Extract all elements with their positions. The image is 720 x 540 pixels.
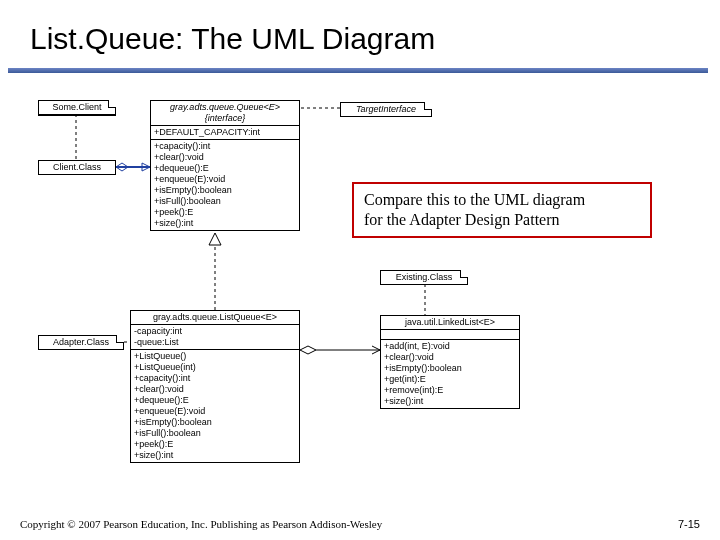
uml-op: +enqueue(E):void <box>134 406 296 417</box>
uml-op: +get(int):E <box>384 374 516 385</box>
uml-op: +ListQueue() <box>134 351 296 362</box>
callout-line: Compare this to the UML diagram <box>364 190 640 210</box>
uml-op: +dequeue():E <box>154 163 296 174</box>
svg-marker-2 <box>142 163 150 171</box>
uml-header: Adapter.Class <box>39 336 123 349</box>
uml-op: +isEmpty():boolean <box>384 363 516 374</box>
uml-linked-list: java.util.LinkedList<E> +add(int, E):voi… <box>380 315 520 409</box>
uml-op: +isEmpty():boolean <box>154 185 296 196</box>
uml-op: +ListQueue(int) <box>134 362 296 373</box>
uml-attrs-empty <box>381 330 519 340</box>
uml-op: +clear():void <box>154 152 296 163</box>
uml-header: Client.Class <box>39 161 115 174</box>
svg-marker-3 <box>116 163 128 171</box>
uml-header: java.util.LinkedList<E> <box>381 316 519 330</box>
uml-adapter-class: Adapter.Class <box>38 335 124 350</box>
uml-header: gray.adts.queue.Queue<E> {interface} <box>151 101 299 126</box>
uml-op: +size():int <box>154 218 296 229</box>
note-fold-icon <box>116 335 124 343</box>
slide-title: List.Queue: The UML Diagram <box>30 22 435 56</box>
uml-op: +capacity():int <box>154 141 296 152</box>
uml-connectors <box>30 100 690 485</box>
uml-op: +capacity():int <box>134 373 296 384</box>
uml-op: +dequeue():E <box>134 395 296 406</box>
uml-target-interface: TargetInterface <box>340 102 432 117</box>
uml-header-line1: gray.adts.queue.Queue<E> <box>170 102 280 112</box>
uml-header: TargetInterface <box>341 103 431 116</box>
note-fold-icon <box>424 102 432 110</box>
uml-op: +remove(int):E <box>384 385 516 396</box>
slide-root: List.Queue: The UML Diagram Some.Client … <box>0 0 720 540</box>
callout-line: for the Adapter Design Pattern <box>364 210 640 230</box>
uml-client-class: Client.Class <box>38 160 116 175</box>
uml-header: Existing.Class <box>381 271 467 284</box>
uml-op: +isEmpty():boolean <box>134 417 296 428</box>
uml-header: gray.adts.queue.ListQueue<E> <box>131 311 299 325</box>
uml-op: +size():int <box>384 396 516 407</box>
uml-attrs: -capacity:int -queue:List <box>131 325 299 350</box>
page-number: 7-15 <box>678 518 700 530</box>
footer-copyright: Copyright © 2007 Pearson Education, Inc.… <box>20 518 382 530</box>
uml-ops: +capacity():int +clear():void +dequeue()… <box>151 140 299 230</box>
uml-list-queue: gray.adts.queue.ListQueue<E> -capacity:i… <box>130 310 300 463</box>
uml-op: +peek():E <box>154 207 296 218</box>
callout-box: Compare this to the UML diagram for the … <box>352 182 652 238</box>
uml-existing-class: Existing.Class <box>380 270 468 285</box>
uml-header: Some.Client <box>39 101 115 115</box>
note-fold-icon <box>108 100 116 108</box>
svg-marker-7 <box>209 233 221 245</box>
uml-attr: -queue:List <box>134 337 296 348</box>
uml-op: +clear():void <box>134 384 296 395</box>
uml-header-line2: {interface} <box>205 113 246 123</box>
svg-marker-8 <box>300 346 316 354</box>
title-underline <box>8 68 708 73</box>
uml-op: +isFull():boolean <box>154 196 296 207</box>
uml-attr: -capacity:int <box>134 326 296 337</box>
uml-ops: +add(int, E):void +clear():void +isEmpty… <box>381 340 519 408</box>
uml-op: +add(int, E):void <box>384 341 516 352</box>
uml-op: +enqueue(E):void <box>154 174 296 185</box>
uml-op: +peek():E <box>134 439 296 450</box>
uml-op: +isFull():boolean <box>134 428 296 439</box>
note-fold-icon <box>460 270 468 278</box>
uml-queue-interface: gray.adts.queue.Queue<E> {interface} +DE… <box>150 100 300 231</box>
uml-some-client: Some.Client <box>38 100 116 116</box>
uml-attrs: +DEFAULT_CAPACITY:int <box>151 126 299 140</box>
uml-op: +size():int <box>134 450 296 461</box>
uml-diagram: Some.Client Client.Class gray.adts.queue… <box>30 100 690 485</box>
uml-op: +clear():void <box>384 352 516 363</box>
uml-ops: +ListQueue() +ListQueue(int) +capacity()… <box>131 350 299 462</box>
